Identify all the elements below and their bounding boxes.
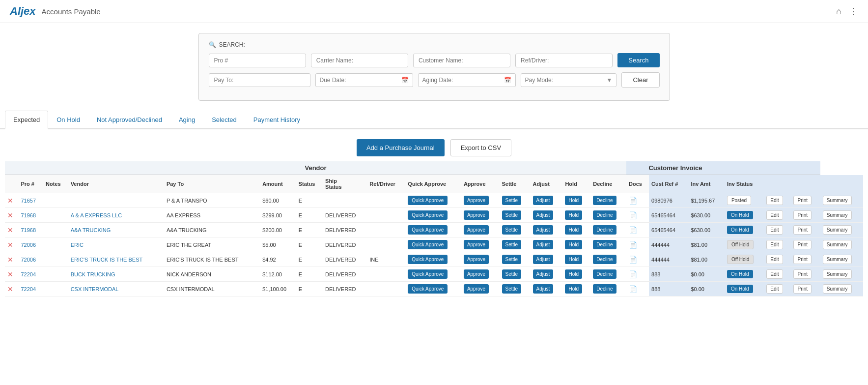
row-quickapprove[interactable]: Quick Approve xyxy=(405,282,461,296)
adjust-button[interactable]: Adjust xyxy=(533,284,554,294)
inv-status-button[interactable]: Off Hold xyxy=(727,255,754,264)
summary-button[interactable]: Summary xyxy=(823,210,852,220)
decline-button[interactable]: Decline xyxy=(593,284,616,294)
row-invstatus[interactable]: Posted xyxy=(725,193,764,208)
hold-button[interactable]: Hold xyxy=(565,284,582,294)
row-docs[interactable]: 📄 xyxy=(626,223,649,237)
adjust-button[interactable]: Adjust xyxy=(533,196,554,205)
row-invstatus[interactable]: On Hold xyxy=(725,267,764,282)
row-settle[interactable]: Settle xyxy=(500,223,531,237)
row-summary[interactable]: Summary xyxy=(820,252,863,267)
carrier-input[interactable] xyxy=(311,54,408,67)
row-settle[interactable]: Settle xyxy=(500,252,531,267)
row-invstatus[interactable]: On Hold xyxy=(725,208,764,223)
row-edit[interactable]: Edit xyxy=(764,237,791,252)
print-button[interactable]: Print xyxy=(793,255,812,264)
adjust-button[interactable]: Adjust xyxy=(533,225,554,235)
row-approve[interactable]: Approve xyxy=(461,223,500,237)
inv-status-button[interactable]: Off Hold xyxy=(727,240,754,249)
adjust-button[interactable]: Adjust xyxy=(533,240,554,249)
row-docs[interactable]: 📄 xyxy=(626,267,649,282)
vendor-link[interactable]: ERIC xyxy=(71,242,84,248)
tab-selected[interactable]: Selected xyxy=(203,111,245,129)
settle-button[interactable]: Settle xyxy=(502,225,522,235)
tab-payhistory[interactable]: Payment History xyxy=(245,111,308,129)
settle-button[interactable]: Settle xyxy=(502,269,522,279)
tab-onhold[interactable]: On Hold xyxy=(48,111,88,129)
row-quickapprove[interactable]: Quick Approve xyxy=(405,252,461,267)
tab-notapproved[interactable]: Not Approved/Declined xyxy=(88,111,170,129)
refdriver-input[interactable] xyxy=(515,54,613,67)
quick-approve-button[interactable]: Quick Approve xyxy=(408,255,448,264)
inv-status-button[interactable]: On Hold xyxy=(727,211,753,219)
row-quickapprove[interactable]: Quick Approve xyxy=(405,208,461,223)
summary-button[interactable]: Summary xyxy=(823,284,852,294)
row-hold[interactable]: Hold xyxy=(562,223,590,237)
row-hold[interactable]: Hold xyxy=(562,237,590,252)
summary-button[interactable]: Summary xyxy=(823,255,852,264)
row-adjust[interactable]: Adjust xyxy=(531,208,563,223)
row-summary[interactable]: Summary xyxy=(820,282,863,296)
agingdate-input[interactable] xyxy=(419,74,500,87)
decline-button[interactable]: Decline xyxy=(593,196,616,205)
approve-button[interactable]: Approve xyxy=(464,255,489,264)
quick-approve-button[interactable]: Quick Approve xyxy=(408,240,448,249)
tab-aging[interactable]: Aging xyxy=(170,111,203,129)
row-invstatus[interactable]: On Hold xyxy=(725,223,764,237)
vendor-link[interactable]: CSX INTERMODAL xyxy=(71,286,119,292)
row-settle[interactable]: Settle xyxy=(500,208,531,223)
row-invstatus[interactable]: Off Hold xyxy=(725,237,764,252)
row-adjust[interactable]: Adjust xyxy=(531,193,563,208)
row-remove[interactable]: ✕ xyxy=(5,208,18,223)
row-decline[interactable]: Decline xyxy=(590,223,626,237)
row-summary[interactable]: Summary xyxy=(820,237,863,252)
row-print[interactable]: Print xyxy=(791,237,820,252)
approve-button[interactable]: Approve xyxy=(464,269,489,279)
settle-button[interactable]: Settle xyxy=(502,196,522,205)
approve-button[interactable]: Approve xyxy=(464,284,489,294)
edit-button[interactable]: Edit xyxy=(766,225,783,235)
vendor-link[interactable]: A&A TRUCKING xyxy=(71,227,111,233)
row-quickapprove[interactable]: Quick Approve xyxy=(405,193,461,208)
settle-button[interactable]: Settle xyxy=(502,284,522,294)
duedate-input[interactable] xyxy=(316,74,397,87)
row-quickapprove[interactable]: Quick Approve xyxy=(405,223,461,237)
row-hold[interactable]: Hold xyxy=(562,267,590,282)
row-hold[interactable]: Hold xyxy=(562,208,590,223)
summary-button[interactable]: Summary xyxy=(823,269,852,279)
pro-link[interactable]: 72006 xyxy=(21,257,36,263)
row-docs[interactable]: 📄 xyxy=(626,193,649,208)
row-approve[interactable]: Approve xyxy=(461,282,500,296)
row-edit[interactable]: Edit xyxy=(764,223,791,237)
paymode-input[interactable] xyxy=(521,74,603,87)
inv-status-button[interactable]: On Hold xyxy=(727,285,753,293)
row-edit[interactable]: Edit xyxy=(764,282,791,296)
adjust-button[interactable]: Adjust xyxy=(533,255,554,264)
clear-button[interactable]: Clear xyxy=(621,72,659,88)
print-button[interactable]: Print xyxy=(793,269,812,279)
row-approve[interactable]: Approve xyxy=(461,267,500,282)
settle-button[interactable]: Settle xyxy=(502,210,522,220)
summary-button[interactable]: Summary xyxy=(823,225,852,235)
quick-approve-button[interactable]: Quick Approve xyxy=(408,284,448,294)
row-approve[interactable]: Approve xyxy=(461,193,500,208)
decline-button[interactable]: Decline xyxy=(593,210,616,220)
row-settle[interactable]: Settle xyxy=(500,193,531,208)
approve-button[interactable]: Approve xyxy=(464,210,489,220)
row-print[interactable]: Print xyxy=(791,208,820,223)
row-decline[interactable]: Decline xyxy=(590,208,626,223)
row-print[interactable]: Print xyxy=(791,282,820,296)
pro-link[interactable]: 71968 xyxy=(21,212,36,218)
decline-button[interactable]: Decline xyxy=(593,240,616,249)
row-adjust[interactable]: Adjust xyxy=(531,252,563,267)
doc-icon[interactable]: 📄 xyxy=(629,285,637,293)
row-docs[interactable]: 📄 xyxy=(626,237,649,252)
home-icon[interactable]: ⌂ xyxy=(836,6,841,17)
row-adjust[interactable]: Adjust xyxy=(531,282,563,296)
decline-button[interactable]: Decline xyxy=(593,269,616,279)
edit-button[interactable]: Edit xyxy=(766,255,783,264)
vendor-link[interactable]: ERIC'S TRUCK IS THE BEST xyxy=(71,257,143,263)
row-print[interactable]: Print xyxy=(791,252,820,267)
row-hold[interactable]: Hold xyxy=(562,193,590,208)
row-remove[interactable]: ✕ xyxy=(5,252,18,267)
